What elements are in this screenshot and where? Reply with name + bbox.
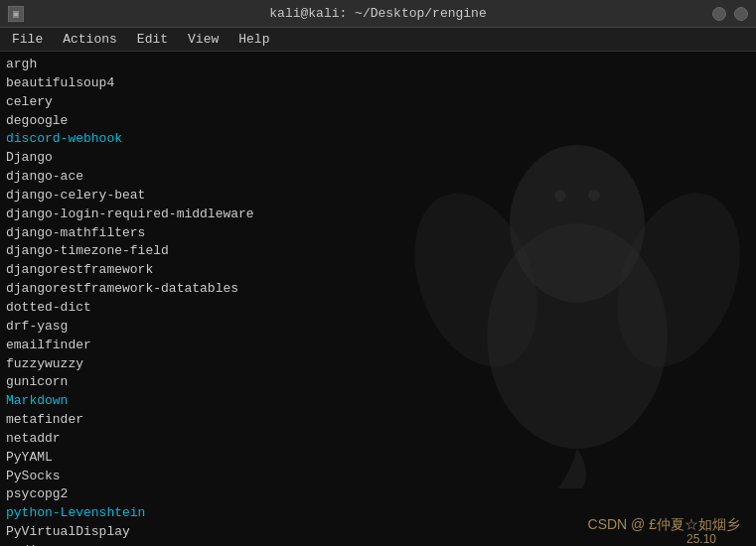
menu-help[interactable]: Help [230, 30, 277, 49]
title-bar-left: ▣ [8, 6, 24, 22]
terminal-line: gunicorn [6, 373, 750, 392]
window-title: kali@kali: ~/Desktop/rengine [269, 6, 486, 21]
window-icon: ▣ [8, 6, 24, 22]
title-bar: ▣ kali@kali: ~/Desktop/rengine [0, 0, 756, 28]
terminal-line: django-timezone-field [6, 242, 750, 261]
maximize-button[interactable] [734, 7, 748, 21]
terminal-line: djangorestframework-datatables [6, 280, 750, 299]
terminal-line: django-ace [6, 168, 750, 187]
terminal-line: celery [6, 93, 750, 112]
terminal-line: beautifulsoup4 [6, 74, 750, 93]
window-controls [712, 7, 748, 21]
terminal-line: metafinder [6, 411, 750, 430]
minimize-button[interactable] [712, 7, 726, 21]
terminal-line: Markdown [6, 392, 750, 411]
csdn-watermark-line2: 25.10 [686, 532, 716, 546]
menu-view[interactable]: View [180, 30, 227, 49]
terminal-line: psycopg2 [6, 485, 750, 504]
terminal-line: emailfinder [6, 337, 750, 355]
terminal-line: django-mathfilters [6, 224, 750, 243]
terminal-line: redis [6, 542, 750, 546]
terminal-line: djangorestframework [6, 261, 750, 280]
terminal-line: Django [6, 149, 750, 168]
terminal-line: dotted-dict [6, 299, 750, 318]
terminal-line: django-login-required-middleware [6, 205, 750, 224]
terminal-line: netaddr [6, 430, 750, 449]
terminal-line: discord-webhook [6, 130, 750, 149]
terminal-line: fuzzywuzzy [6, 355, 750, 374]
menu-actions[interactable]: Actions [55, 30, 125, 49]
terminal-content: arghbeautifulsoup4celerydegooglediscord-… [0, 52, 756, 546]
terminal-line: drf-yasg [6, 318, 750, 337]
menu-bar: File Actions Edit View Help [0, 28, 756, 52]
terminal-line: django-celery-beat [6, 187, 750, 205]
terminal-line: PySocks [6, 468, 750, 486]
menu-file[interactable]: File [4, 30, 51, 49]
csdn-watermark-line1: CSDN @ £仲夏☆如烟乡 [588, 516, 740, 534]
menu-edit[interactable]: Edit [129, 30, 176, 49]
terminal-line: argh [6, 56, 750, 74]
terminal-line: PyYAML [6, 449, 750, 468]
terminal-line: degoogle [6, 112, 750, 131]
